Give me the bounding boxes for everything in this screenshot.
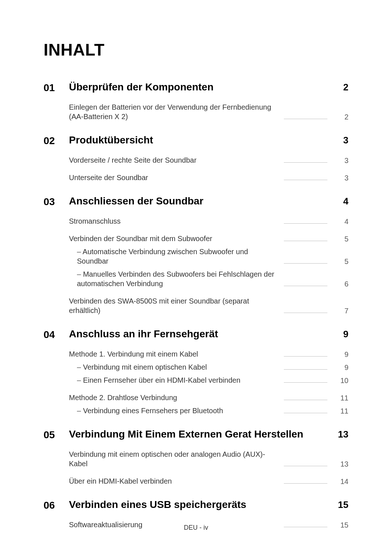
toc-entry[interactable]: Vorderseite / rechte Seite der Soundbar3 [69, 155, 348, 165]
entry-page: 14 [331, 477, 348, 486]
section-heading-row[interactable]: Überprüfen der Komponenten2 [69, 81, 348, 93]
section-entries: Vorderseite / rechte Seite der Soundbar3… [69, 155, 348, 182]
section-entries: Stromanschluss4Verbinden der Soundbar mi… [69, 216, 348, 315]
toc-entry[interactable]: Einlegen der Batterien vor der Verwendun… [69, 102, 348, 121]
section-heading-row[interactable]: Produktübersicht3 [69, 134, 348, 146]
entry-page: 10 [331, 377, 348, 385]
toc-section: 01Überprüfen der Komponenten2Einlegen de… [44, 81, 348, 121]
toc-section: 04Anschluss an ihr Fernsehgerät9Methode … [44, 328, 348, 415]
section-title: Anschliessen der Soundbar [69, 195, 331, 207]
entry-text: Stromanschluss [69, 216, 121, 226]
leader-line [284, 382, 327, 383]
toc-subentry[interactable]: Verbindung mit einem optischen Kabel9 [69, 362, 348, 372]
toc-subentry[interactable]: Automatische Verbindung zwischen Subwoof… [69, 247, 348, 266]
leader-line [284, 119, 327, 119]
section-page: 9 [331, 329, 348, 340]
entry-page: 6 [331, 280, 348, 288]
section-body: Verbindung Mit Einem Externen Gerat Hers… [69, 428, 348, 486]
toc-section: 05Verbindung Mit Einem Externen Gerat He… [44, 428, 348, 486]
leader-line [284, 400, 327, 400]
section-page: 2 [331, 82, 348, 93]
section-number: 06 [44, 499, 69, 511]
entry-text: Verbindung mit einem optischen oder anal… [69, 449, 272, 468]
entry-page: 11 [331, 407, 348, 415]
leader-line [284, 483, 327, 484]
section-page: 15 [331, 499, 348, 510]
leader-line [284, 413, 327, 413]
leader-line [284, 180, 327, 180]
entry-page: 13 [331, 460, 348, 468]
entry-text: Verbindung mit einem optischen Kabel [69, 362, 207, 372]
entry-page: 3 [331, 174, 348, 182]
toc-entry[interactable]: Methode 1. Verbindung mit einem Kabel9 [69, 349, 348, 359]
leader-line [284, 313, 327, 313]
entry-text: Vorderseite / rechte Seite der Soundbar [69, 155, 196, 165]
section-heading-row[interactable]: Verbindung Mit Einem Externen Gerat Hers… [69, 428, 348, 440]
toc-section: 03Anschliessen der Soundbar4Stromanschlu… [44, 195, 348, 315]
section-body: Produktübersicht3Vorderseite / rechte Se… [69, 134, 348, 182]
leader-line [284, 223, 327, 224]
entry-text: Verbinden des SWA-8500S mit einer Soundb… [69, 296, 272, 315]
toc-entry[interactable]: Methode 2. Drahtlose Verbindung11 [69, 393, 348, 402]
entry-text: Einlegen der Batterien vor der Verwendun… [69, 102, 272, 121]
toc-entry[interactable]: Über ein HDMI-Kabel verbinden14 [69, 476, 348, 486]
section-entries: Verbindung mit einem optischen oder anal… [69, 449, 348, 486]
section-title: Anschluss an ihr Fernsehgerät [69, 328, 331, 340]
section-title: Überprüfen der Komponenten [69, 81, 331, 93]
toc-subentry[interactable]: Verbindung eines Fernsehers per Bluetoot… [69, 406, 348, 415]
section-heading-row[interactable]: Anschluss an ihr Fernsehgerät9 [69, 328, 348, 340]
section-page: 4 [331, 196, 348, 207]
section-number: 03 [44, 195, 69, 208]
toc-entry[interactable]: Verbinden des SWA-8500S mit einer Soundb… [69, 296, 348, 315]
section-number: 04 [44, 328, 69, 341]
entry-page: 11 [331, 394, 348, 402]
toc-subentry[interactable]: Einen Fernseher über ein HDMI-Kabel verb… [69, 375, 348, 385]
section-body: Anschliessen der Soundbar4Stromanschluss… [69, 195, 348, 315]
entry-text: Verbinden der Soundbar mit dem Subwoofer [69, 234, 212, 243]
entry-text: Methode 2. Drahtlose Verbindung [69, 393, 177, 402]
entry-page: 4 [331, 217, 348, 226]
section-page: 3 [331, 135, 348, 146]
entry-text: Verbindung eines Fernsehers per Bluetoot… [69, 406, 223, 415]
toc-entry[interactable]: Verbindung mit einem optischen oder anal… [69, 449, 348, 468]
entry-text: Automatische Verbindung zwischen Subwoof… [69, 247, 280, 266]
leader-line [284, 162, 327, 163]
toc-entry[interactable]: Verbinden der Soundbar mit dem Subwoofer… [69, 234, 348, 243]
section-body: Überprüfen der Komponenten2Einlegen der … [69, 81, 348, 121]
toc-entry[interactable]: Stromanschluss4 [69, 216, 348, 226]
entry-page: 5 [331, 235, 348, 243]
page-footer: DEU - iv [0, 524, 392, 532]
toc-entry[interactable]: Unterseite der Soundbar3 [69, 173, 348, 182]
section-page: 13 [331, 429, 348, 440]
entry-page: 3 [331, 156, 348, 165]
toc-list: 01Überprüfen der Komponenten2Einlegen de… [44, 81, 348, 529]
section-number: 05 [44, 428, 69, 441]
entry-page: 7 [331, 307, 348, 315]
section-heading-row[interactable]: Anschliessen der Soundbar4 [69, 195, 348, 207]
entry-page: 9 [331, 350, 348, 359]
leader-line [284, 369, 327, 370]
section-title: Verbindung Mit Einem Externen Gerat Hers… [69, 428, 331, 440]
section-title: Produktübersicht [69, 134, 331, 146]
entry-page: 9 [331, 363, 348, 372]
entry-text: Methode 1. Verbindung mit einem Kabel [69, 349, 198, 359]
entry-text: Einen Fernseher über ein HDMI-Kabel verb… [69, 375, 240, 385]
entry-text: Unterseite der Soundbar [69, 173, 148, 182]
leader-line [284, 286, 327, 286]
section-entries: Einlegen der Batterien vor der Verwendun… [69, 102, 348, 121]
toc-section: 02Produktübersicht3Vorderseite / rechte … [44, 134, 348, 182]
entry-text: Über ein HDMI-Kabel verbinden [69, 476, 172, 486]
entry-text: Manuelles Verbinden des Subwoofers bei F… [69, 269, 280, 288]
section-entries: Methode 1. Verbindung mit einem Kabel9Ve… [69, 349, 348, 415]
page-title: INHALT [44, 40, 348, 60]
entry-page: 2 [331, 113, 348, 121]
section-number: 02 [44, 134, 69, 147]
leader-line [284, 241, 327, 241]
leader-line [284, 263, 327, 264]
leader-line [284, 466, 327, 466]
toc-page: INHALT 01Überprüfen der Komponenten2Einl… [0, 0, 392, 537]
section-number: 01 [44, 81, 69, 94]
section-title: Verbinden eines USB speichergeräts [69, 499, 331, 510]
section-heading-row[interactable]: Verbinden eines USB speichergeräts15 [69, 499, 348, 510]
toc-subentry[interactable]: Manuelles Verbinden des Subwoofers bei F… [69, 269, 348, 288]
